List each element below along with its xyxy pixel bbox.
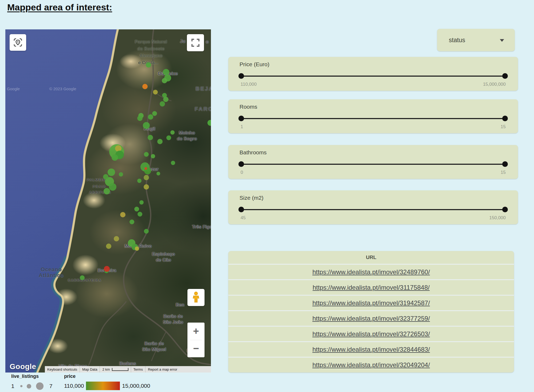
listing-link[interactable]: https://www.idealista.pt/imovel/32489760… — [312, 268, 430, 276]
listing-link[interactable]: https://www.idealista.pt/imovel/31175848… — [313, 284, 430, 291]
listing-marker[interactable] — [112, 154, 118, 161]
bathrooms-slider-min-value: 0 — [241, 170, 243, 175]
map-canvas[interactable]: Parque Naturaldo SudoesteAlentejanoe Cos… — [5, 29, 211, 373]
pegman-icon — [191, 292, 201, 303]
listing-marker[interactable] — [129, 219, 134, 224]
marker-layer — [5, 29, 211, 373]
listing-marker[interactable] — [114, 236, 119, 241]
price-slider-min-value: 110,000 — [241, 82, 257, 87]
table-row: https://www.idealista.pt/imovel/31175848… — [228, 279, 514, 295]
listing-marker[interactable] — [152, 111, 157, 116]
listing-marker[interactable] — [151, 154, 155, 158]
listing-marker[interactable] — [166, 135, 171, 140]
listing-marker[interactable] — [156, 172, 160, 175]
pegman-button[interactable] — [187, 289, 205, 306]
status-dropdown[interactable]: status — [437, 29, 515, 51]
listing-marker[interactable] — [142, 84, 148, 89]
bathrooms-slider-handle-min[interactable] — [238, 161, 244, 167]
keyboard-shortcuts-link[interactable]: Keyboard shortcuts — [45, 366, 80, 373]
zoom-out-button[interactable]: − — [187, 340, 205, 358]
listing-marker[interactable] — [104, 188, 110, 194]
map-data-link[interactable]: Map Data — [80, 366, 100, 373]
fullscreen-button[interactable] — [187, 34, 204, 51]
bathrooms-slider-handle-max[interactable] — [502, 161, 508, 167]
size-slider-max-value: 150,000 — [489, 215, 506, 221]
listing-marker[interactable] — [170, 130, 175, 135]
table-row: https://www.idealista.pt/imovel/32489760… — [228, 264, 514, 279]
terms-link[interactable]: Terms — [131, 366, 145, 373]
price-slider-handle-max[interactable] — [502, 73, 508, 79]
size-slider-handle-max[interactable] — [502, 207, 508, 212]
page-title: Mapped area of interest: — [7, 2, 112, 13]
listing-link[interactable]: https://www.idealista.pt/imovel/32726503… — [312, 330, 430, 338]
listing-marker[interactable] — [160, 101, 165, 107]
fullscreen-icon — [191, 39, 199, 47]
listing-marker[interactable] — [144, 229, 149, 234]
listing-marker[interactable] — [135, 246, 139, 251]
listing-marker[interactable] — [171, 161, 175, 165]
listing-marker[interactable] — [207, 120, 211, 126]
listing-marker[interactable] — [148, 135, 153, 140]
listing-marker[interactable] — [103, 174, 108, 179]
rooms-slider-max-value: 15 — [501, 124, 506, 130]
bathrooms-slider-label: Bathrooms — [239, 149, 267, 156]
listing-marker[interactable] — [104, 266, 110, 272]
color-legend-title: price — [64, 374, 76, 379]
listing-marker[interactable] — [137, 116, 143, 121]
size-dot-small — [20, 385, 22, 387]
listing-marker[interactable] — [153, 90, 158, 95]
listing-marker[interactable] — [137, 179, 142, 183]
listing-marker[interactable] — [134, 207, 139, 211]
listing-marker[interactable] — [109, 183, 116, 191]
listing-marker[interactable] — [119, 172, 123, 177]
google-logo[interactable]: Google — [10, 362, 36, 371]
size-dot-medium — [27, 384, 31, 389]
rooms-slider-handle-min[interactable] — [238, 116, 244, 121]
color-legend-max: 15,000,000 — [122, 383, 150, 389]
zoom-in-button[interactable]: + — [187, 323, 205, 340]
listing-marker[interactable] — [106, 244, 111, 249]
listing-marker[interactable] — [144, 175, 149, 180]
listing-link[interactable]: https://www.idealista.pt/imovel/32844683… — [312, 346, 430, 353]
listing-marker[interactable] — [144, 152, 149, 157]
focus-location-button[interactable] — [10, 34, 26, 51]
dashboard: Mapped area of interest: Parque Naturald… — [0, 0, 534, 392]
listing-link[interactable]: https://www.idealista.pt/imovel/32377259… — [312, 315, 430, 322]
rooms-slider-handle-max[interactable] — [502, 116, 508, 121]
size-slider-panel: Size (m2) 45 150,000 — [228, 190, 518, 224]
table-row: https://www.idealista.pt/imovel/31942587… — [228, 295, 514, 310]
size-slider-label: Size (m2) — [239, 195, 264, 201]
size-slider-handle-min[interactable] — [238, 207, 244, 212]
zoom-control: + − — [187, 323, 205, 357]
bathrooms-slider-track[interactable] — [241, 164, 505, 165]
listing-link[interactable]: https://www.idealista.pt/imovel/31942587… — [312, 299, 430, 307]
listing-marker[interactable] — [138, 212, 142, 217]
listing-marker[interactable] — [144, 167, 147, 170]
map-attribution-bar: Keyboard shortcuts Map Data 2 km Terms R… — [45, 366, 211, 373]
url-table: URL https://www.idealista.pt/imovel/3248… — [228, 251, 514, 373]
bathrooms-slider-max-value: 15 — [501, 170, 506, 175]
size-dot-large — [36, 382, 44, 390]
listing-marker[interactable] — [80, 275, 85, 280]
listing-link[interactable]: https://www.idealista.pt/imovel/32049204… — [312, 361, 430, 369]
size-slider-track[interactable] — [241, 209, 505, 210]
price-slider-track[interactable] — [241, 76, 505, 77]
price-slider-handle-min[interactable] — [238, 73, 244, 79]
listing-marker[interactable] — [108, 168, 115, 176]
rooms-slider-min-value: 1 — [241, 124, 243, 130]
listing-marker[interactable] — [143, 122, 150, 129]
table-row: https://www.idealista.pt/imovel/32377259… — [228, 310, 514, 326]
listing-marker[interactable] — [162, 78, 167, 83]
listing-marker[interactable] — [148, 114, 153, 120]
listing-marker[interactable] — [163, 97, 168, 102]
report-map-error-link[interactable]: Report a map error — [145, 366, 180, 373]
listing-marker[interactable] — [120, 212, 125, 217]
location-pin-icon — [13, 37, 23, 48]
rooms-slider-track[interactable] — [241, 118, 505, 119]
price-slider-panel: Price (Euro) 110,000 15,000,000 — [228, 57, 518, 91]
price-slider-max-value: 15,000,000 — [483, 82, 506, 87]
listing-marker[interactable] — [144, 184, 149, 190]
listing-marker[interactable] — [157, 139, 163, 144]
listing-marker[interactable] — [146, 62, 151, 68]
listing-marker[interactable] — [139, 200, 144, 205]
